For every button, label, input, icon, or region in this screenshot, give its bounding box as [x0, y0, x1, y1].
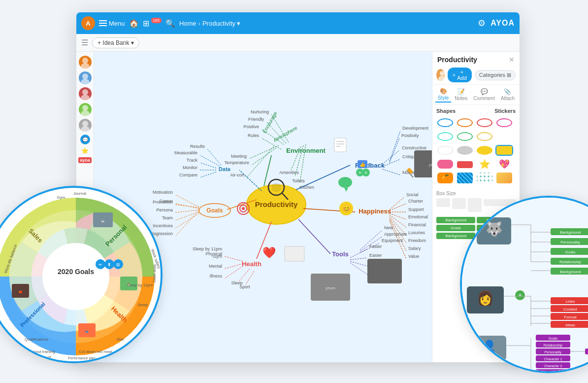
- svg-point-2: [82, 73, 88, 79]
- svg-text:2020 Goals: 2020 Goals: [58, 268, 94, 276]
- shape-red-rect[interactable]: [456, 158, 474, 170]
- svg-text:Easier: Easier: [369, 253, 382, 258]
- shape-filled-yellow[interactable]: [476, 144, 493, 156]
- current-page-label: Productivity: [202, 20, 235, 27]
- shape-oval-cyan[interactable]: [436, 131, 454, 142]
- shape-pink-blob[interactable]: [436, 158, 454, 170]
- svg-text:Results: Results: [190, 144, 205, 149]
- categories-button[interactable]: Categories ⊞: [475, 70, 516, 80]
- svg-text:✏: ✏: [98, 262, 102, 267]
- svg-text:Eat 4 portions of: Eat 4 portions of: [22, 355, 51, 359]
- tab-notes[interactable]: 📝 Notes: [452, 87, 470, 102]
- svg-text:Constructive: Constructive: [402, 145, 426, 150]
- svg-rect-259: [585, 348, 588, 354]
- svg-text:Temperature: Temperature: [224, 160, 249, 165]
- idea-bank-button[interactable]: + Idea Bank ▾: [92, 37, 139, 48]
- shape-empty[interactable]: [495, 131, 513, 142]
- shapes-stickers-header: Shapes Stickers: [436, 108, 516, 114]
- menu-button[interactable]: Menu: [99, 20, 125, 27]
- svg-text:Character 1: Character 1: [544, 357, 562, 361]
- svg-rect-257: [536, 369, 570, 373]
- svg-point-140: [271, 182, 281, 192]
- dropdown-arrow-icon[interactable]: ▾: [237, 20, 240, 27]
- sticker-blue-pattern[interactable]: [456, 172, 474, 184]
- shape-oval-blue[interactable]: [436, 117, 454, 129]
- svg-text:Incentives: Incentives: [153, 223, 173, 228]
- svg-text:Content: Content: [563, 307, 578, 312]
- svg-text:Luxuries: Luxuries: [408, 230, 425, 235]
- svg-point-18: [242, 207, 245, 210]
- shape-oval-orange[interactable]: [456, 117, 474, 129]
- sticker-gold[interactable]: [495, 172, 513, 184]
- svg-text:Sleep: Sleep: [138, 303, 148, 307]
- panel-tabs: 🎨 Style 📝 Notes 💬 Comment 📎 Attach ✓: [432, 85, 520, 105]
- right-circle-content: 🐺 👩 👤 Background Personality Goals Relat: [462, 198, 588, 371]
- add-button[interactable]: + + Add: [448, 68, 472, 82]
- svg-text:Sport: Sport: [239, 284, 250, 289]
- svg-point-3: [81, 79, 90, 84]
- tab-style[interactable]: 🎨 Style: [435, 87, 451, 103]
- grid-icon[interactable]: ⊞: [143, 19, 149, 28]
- tab-comment[interactable]: 💬 Comment: [471, 87, 497, 102]
- search-icon[interactable]: 🔍: [165, 19, 175, 28]
- svg-text:Journal: Journal: [73, 191, 86, 196]
- comment-icon: 💬: [481, 88, 488, 95]
- shapes-row-1: [436, 117, 516, 129]
- box-size-small[interactable]: [436, 198, 450, 207]
- svg-text:Measurable: Measurable: [174, 150, 197, 155]
- settings-icon[interactable]: ⚙: [478, 18, 486, 29]
- badge-icon: ayoa: [78, 157, 92, 163]
- shapes-section: Shapes Stickers: [432, 105, 520, 189]
- svg-text:Environment: Environment: [286, 147, 326, 154]
- svg-text:Goals: Goals: [549, 337, 558, 340]
- sticker-star[interactable]: ⭐: [476, 158, 493, 170]
- sticker-dotted[interactable]: [476, 172, 493, 184]
- shapes-row-2: [436, 131, 516, 142]
- attach-icon: 📎: [504, 88, 511, 95]
- tab-tasks[interactable]: ✓ Tasks: [518, 87, 520, 102]
- sidebar-avatar-5: [79, 119, 92, 132]
- add-icon: +: [453, 72, 456, 78]
- sticker-heart[interactable]: 💖: [495, 158, 513, 170]
- svg-point-9: [81, 126, 90, 132]
- app-logo: AYOA: [490, 19, 515, 28]
- shape-oval-yellow[interactable]: [476, 131, 493, 142]
- close-panel-button[interactable]: ✕: [509, 56, 515, 64]
- shape-filled-white[interactable]: [436, 144, 454, 156]
- hamburger-icon: [99, 20, 107, 26]
- shape-selected[interactable]: [495, 144, 513, 156]
- svg-text:Work salary: Work salary: [153, 264, 157, 282]
- svg-text:Development: Development: [402, 126, 429, 131]
- shape-filled-gray[interactable]: [456, 144, 474, 156]
- breadcrumb-home[interactable]: Home: [179, 20, 196, 27]
- breadcrumb: Home › Productivity ▾: [179, 20, 240, 27]
- breadcrumb-current: Productivity ▾: [202, 20, 240, 27]
- shape-oval-green[interactable]: [456, 131, 474, 142]
- svg-point-7: [81, 110, 90, 116]
- svg-text:Nurturing: Nurturing: [251, 109, 269, 114]
- svg-text:Health: Health: [242, 260, 261, 268]
- shape-oval-pink[interactable]: [495, 117, 513, 129]
- svg-text:Performance plan: Performance plan: [68, 356, 95, 360]
- svg-text:Air-con: Air-con: [230, 173, 244, 177]
- tab-attach[interactable]: 📎 Attach: [498, 87, 517, 102]
- sticker-orange[interactable]: 🍊: [436, 172, 454, 184]
- chat-dot[interactable]: 💬: [80, 135, 90, 144]
- svg-text:Track: Track: [187, 158, 198, 163]
- svg-text:👍: 👍: [359, 161, 366, 168]
- expand-icon[interactable]: ☰: [81, 38, 88, 47]
- notes-icon: 📝: [457, 88, 465, 95]
- box-size-label: Box Size: [436, 191, 516, 196]
- nav-bar: A Menu 🏠 ⊞ 185 🔍 Home › Productivity ▾ ⚙…: [76, 12, 520, 34]
- sidebar-avatar-4: [79, 103, 92, 116]
- svg-text:photo: photo: [429, 163, 432, 167]
- svg-text:photo: photo: [326, 286, 336, 290]
- notification-icon[interactable]: ⭐: [81, 147, 89, 154]
- svg-text:Gym: Gym: [57, 195, 65, 200]
- shape-oval-red[interactable]: [476, 117, 493, 129]
- svg-text:+: +: [359, 170, 361, 175]
- home-icon[interactable]: 🏠: [129, 19, 139, 28]
- svg-text:Happiness: Happiness: [359, 208, 391, 215]
- user-avatar[interactable]: A: [81, 16, 95, 30]
- svg-text:Financial: Financial: [408, 222, 426, 227]
